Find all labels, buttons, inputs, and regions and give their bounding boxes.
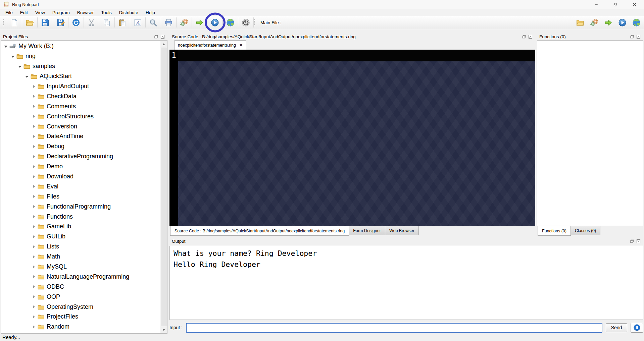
- menu-distribute[interactable]: Distribute: [115, 9, 142, 16]
- tree-item-guilib[interactable]: GUILib: [1, 232, 160, 242]
- window-control-minimize[interactable]: [587, 0, 606, 9]
- toolbar-button-new-file[interactable]: [7, 17, 22, 27]
- menu-browser[interactable]: Browser: [73, 9, 98, 16]
- menu-view[interactable]: View: [32, 9, 49, 16]
- toolbar-button-run-project-no-console[interactable]: [603, 17, 613, 27]
- project-files-dock-button-float[interactable]: [154, 34, 159, 39]
- toolbar-button-run-no-console[interactable]: [192, 17, 207, 27]
- tree-expand-arrow[interactable]: [31, 134, 37, 139]
- tree-item-eval[interactable]: Eval: [1, 181, 160, 191]
- tree-item-download[interactable]: Download: [1, 172, 160, 182]
- tree-item-dateandtime[interactable]: DateAndTime: [1, 131, 160, 141]
- tree-expand-arrow[interactable]: [31, 114, 37, 119]
- tree-item-mysql[interactable]: MySQL: [1, 262, 160, 272]
- tree-item-projectfiles[interactable]: ProjectFiles: [1, 312, 160, 322]
- tree-expand-arrow[interactable]: [31, 314, 37, 320]
- tree-expand-arrow[interactable]: [31, 144, 37, 149]
- toolbar-button-run-project[interactable]: [617, 17, 627, 27]
- main-file-drag-handle[interactable]: [254, 19, 256, 26]
- tree-expand-arrow[interactable]: [24, 74, 30, 79]
- source-dock-button-float[interactable]: [522, 34, 527, 39]
- tree-expand-arrow[interactable]: [31, 294, 37, 299]
- tab-close-icon[interactable]: ✕: [239, 43, 243, 48]
- tree-expand-arrow[interactable]: [3, 44, 8, 49]
- dock-size-grip[interactable]: [248, 37, 257, 38]
- code-editor[interactable]: 1 See "What is your name? " give cName s…: [169, 50, 535, 226]
- tree-item-odbc[interactable]: ODBC: [1, 282, 160, 292]
- tree-expand-arrow[interactable]: [17, 64, 22, 69]
- menu-help[interactable]: Help: [142, 9, 159, 16]
- tree-expand-arrow[interactable]: [31, 104, 37, 109]
- panel-tab-classes-0[interactable]: Classes (0): [571, 226, 600, 235]
- tree-item-lists[interactable]: Lists: [1, 242, 160, 252]
- menu-program[interactable]: Program: [49, 9, 73, 16]
- toolbar-button-run-gui[interactable]: [223, 17, 238, 27]
- menu-tools[interactable]: Tools: [97, 9, 115, 16]
- tree-item-files[interactable]: Files: [1, 191, 160, 202]
- tree-item-naturallanguageprogramming[interactable]: NaturalLanguageProgramming: [1, 272, 160, 282]
- menu-edit[interactable]: Edit: [16, 9, 32, 16]
- tree-expand-arrow[interactable]: [31, 194, 37, 199]
- project-files-dock-button-close[interactable]: [160, 34, 165, 39]
- tree-expand-arrow[interactable]: [31, 304, 37, 309]
- tree-item-conversion[interactable]: Conversion: [1, 121, 160, 131]
- output-dock-button-float[interactable]: [630, 239, 635, 244]
- tree-expand-arrow[interactable]: [31, 254, 37, 260]
- source-dock-button-close[interactable]: [528, 34, 533, 39]
- tree-expand-arrow[interactable]: [31, 94, 37, 99]
- scroll-down-button[interactable]: [160, 327, 167, 333]
- tree-expand-arrow[interactable]: [31, 324, 37, 330]
- output-dock-button-close[interactable]: [636, 239, 641, 244]
- toolbar-button-open-project[interactable]: [575, 17, 585, 27]
- stop-output-button[interactable]: [631, 323, 643, 333]
- scrollbar-thumb[interactable]: [161, 48, 166, 326]
- tree-expand-arrow[interactable]: [31, 164, 37, 169]
- view-tab-web-browser[interactable]: Web Browser: [385, 226, 419, 235]
- tree-expand-arrow[interactable]: [31, 204, 37, 209]
- tree-item-controlstructures[interactable]: ControlStructures: [1, 111, 160, 121]
- tree-item-functionalprogramming[interactable]: FunctionalProgramming: [1, 202, 160, 212]
- panel-tab-functions-0[interactable]: Functions (0): [538, 226, 571, 236]
- toolbar-button-copy[interactable]: [99, 17, 115, 27]
- tree-item-math[interactable]: Math: [1, 252, 160, 262]
- tree-expand-arrow[interactable]: [31, 84, 37, 89]
- tree-item-operatingsystem[interactable]: OperatingSystem: [1, 302, 160, 312]
- tree-item-declarativeprogramming[interactable]: DeclarativeProgramming: [1, 152, 160, 162]
- tree-item-oop[interactable]: OOP: [1, 292, 160, 302]
- toolbar-button-print[interactable]: [161, 17, 177, 27]
- tree-expand-arrow[interactable]: [31, 214, 37, 219]
- functions-dock-button-close[interactable]: [636, 34, 641, 39]
- tree-item-checkdata[interactable]: CheckData: [1, 91, 160, 101]
- view-tab-form-designer[interactable]: Form Designer: [349, 226, 385, 235]
- tree-item-samples[interactable]: samples: [1, 61, 160, 71]
- toolbar-button-font[interactable]: A: [130, 17, 146, 27]
- toolbar-button-find[interactable]: [146, 17, 161, 27]
- tree-expand-arrow[interactable]: [10, 54, 15, 59]
- tree-expand-arrow[interactable]: [31, 124, 37, 129]
- tree-expand-arrow[interactable]: [31, 244, 37, 249]
- tree-item-functions[interactable]: Functions: [1, 212, 160, 222]
- tree-item-gamelib[interactable]: GameLib: [1, 222, 160, 232]
- toolbar-button-project-settings[interactable]: [589, 17, 599, 27]
- menu-file[interactable]: File: [2, 9, 16, 16]
- tree-item-comments[interactable]: Comments: [1, 101, 160, 111]
- toolbar-button-paste[interactable]: [115, 17, 130, 27]
- window-control-maximize[interactable]: [606, 0, 625, 9]
- toolbar-button-open-file[interactable]: [22, 17, 38, 27]
- scroll-up-button[interactable]: [160, 41, 167, 47]
- tree-item-debug[interactable]: Debug: [1, 141, 160, 152]
- toolbar-button-reload[interactable]: [68, 17, 84, 27]
- tree-expand-arrow[interactable]: [31, 224, 37, 229]
- tree-item-demo[interactable]: Demo: [1, 162, 160, 172]
- toolbar-button-stop[interactable]: [238, 17, 254, 27]
- functions-dock-button-float[interactable]: [630, 34, 635, 39]
- output-console[interactable]: What is your name? Ring DeveloperHello R…: [169, 246, 643, 320]
- toolbar-button-save-as[interactable]: [53, 17, 68, 27]
- tree-expand-arrow[interactable]: [31, 154, 37, 159]
- toolbar-button-run[interactable]: [207, 17, 223, 27]
- toolbar-button-run-project-gui[interactable]: [631, 17, 641, 27]
- tree-expand-arrow[interactable]: [31, 274, 37, 279]
- tree-expand-arrow[interactable]: [31, 234, 37, 239]
- tree-expand-arrow[interactable]: [31, 284, 37, 289]
- console-input[interactable]: [186, 323, 602, 333]
